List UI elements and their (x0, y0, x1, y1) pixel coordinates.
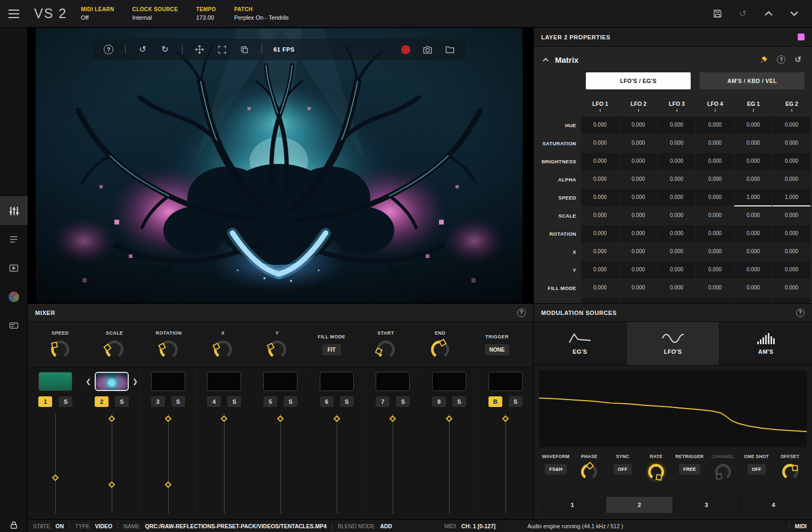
video-preview[interactable]: ? ↺ ↻ 61 FPS (36, 28, 523, 303)
matrix-cell-start-eg-1[interactable]: 0.000 (734, 297, 772, 303)
matrix-cell-y-eg-2[interactable]: 0.000 (773, 261, 810, 279)
sidebar-item-media[interactable] (0, 254, 28, 282)
matrix-cell-speed-eg-2[interactable]: 1.000 (773, 189, 810, 206)
lfo-page-1[interactable]: 1 (539, 497, 606, 513)
fill-mode-button[interactable]: FIT (322, 344, 341, 355)
channel-knob[interactable] (715, 464, 731, 480)
lfo-page-4[interactable]: 4 (740, 497, 807, 513)
matrix-tab-am-s-kbd-vel[interactable]: AM'S / KBD / VEL (700, 72, 805, 89)
matrix-cell-x-eg-1[interactable]: 0.000 (734, 243, 772, 261)
matrix-cell-fill-mode-eg-2[interactable]: 0.000 (773, 279, 810, 297)
channel-5-thumbnail[interactable] (263, 372, 297, 391)
speed-knob[interactable] (51, 340, 69, 359)
channel-8-fader[interactable] (444, 414, 454, 513)
matrix-cell-start-eg-2[interactable]: 0.000 (773, 297, 810, 303)
matrix-cell-y-eg-1[interactable]: 0.000 (734, 261, 772, 279)
channel-6-thumbnail[interactable] (320, 372, 354, 391)
matrix-reset-icon[interactable]: ↺ (794, 55, 801, 64)
channel-1-solo-button[interactable]: S (59, 396, 72, 407)
matrix-cell-saturation-eg-1[interactable]: 0.000 (734, 135, 772, 152)
channel-2-fader[interactable] (107, 414, 117, 513)
matrix-cell-x-eg-2[interactable]: 0.000 (773, 243, 810, 261)
matrix-cell-speed-lfo-2[interactable]: 0.000 (619, 189, 657, 206)
channel-4-thumbnail[interactable] (207, 372, 241, 391)
matrix-cell-rotation-eg-2[interactable]: 0.000 (773, 225, 810, 243)
matrix-cell-speed-lfo-3[interactable]: 0.000 (658, 189, 695, 206)
matrix-cell-rotation-lfo-2[interactable]: 0.000 (619, 225, 657, 243)
matrix-cell-alpha-lfo-4[interactable]: 0.000 (696, 171, 734, 188)
scale-knob[interactable] (105, 340, 123, 359)
channel-8-thumbnail[interactable] (432, 372, 466, 391)
matrix-cell-rotation-eg-1[interactable]: 0.000 (734, 225, 772, 243)
channel-b-fader[interactable] (501, 414, 510, 513)
channel-6-select-button[interactable]: 6 (320, 396, 334, 407)
channel-6-fader[interactable] (332, 414, 342, 513)
offset-knob[interactable] (782, 464, 798, 480)
record-button[interactable] (401, 45, 410, 54)
matrix-cell-scale-lfo-4[interactable]: 0.000 (696, 207, 734, 225)
trigger-button[interactable]: NONE (485, 344, 510, 355)
matrix-cell-hue-lfo-4[interactable]: 0.000 (696, 117, 734, 134)
channel-7-thumbnail[interactable] (376, 372, 410, 391)
matrix-cell-x-lfo-2[interactable]: 0.000 (619, 243, 657, 261)
sync-button[interactable]: OFF (614, 464, 632, 475)
mod-tab-eg-s[interactable]: EG'S (534, 322, 627, 365)
topbar-undo-icon[interactable]: ↺ (738, 9, 748, 19)
channel-1-thumbnail[interactable] (38, 372, 72, 391)
matrix-cell-scale-lfo-3[interactable]: 0.000 (658, 207, 695, 225)
matrix-cell-start-lfo-3[interactable]: 0.000 (658, 297, 695, 303)
lfo-page-2[interactable]: 2 (606, 497, 673, 513)
matrix-cell-scale-lfo-1[interactable]: 0.000 (581, 207, 619, 225)
modulation-help-icon[interactable]: ? (796, 309, 805, 317)
channel-2-solo-button[interactable]: S (115, 396, 129, 407)
channel-6-solo-button[interactable]: S (340, 396, 354, 407)
channel-8-solo-button[interactable]: S (452, 396, 466, 407)
undo-icon[interactable]: ↺ (137, 44, 148, 55)
matrix-cell-x-lfo-4[interactable]: 0.000 (696, 243, 734, 261)
matrix-cell-speed-lfo-4[interactable]: 0.000 (696, 189, 734, 206)
mod-tab-lfo-s[interactable]: LFO'S (627, 322, 720, 365)
midi-channel-value[interactable]: CH: 1 [0-127] (461, 523, 495, 529)
midi-indicator[interactable]: MIDI (795, 523, 807, 529)
matrix-cell-fill-mode-eg-1[interactable]: 0.000 (734, 279, 772, 297)
matrix-help-icon[interactable]: ? (777, 55, 785, 64)
mixer-help-icon[interactable]: ? (517, 309, 526, 317)
matrix-cell-start-lfo-2[interactable]: 0.000 (619, 297, 657, 303)
topbar-field-clock-source[interactable]: CLOCK SOURCEInternal (132, 6, 178, 21)
matrix-cell-alpha-lfo-3[interactable]: 0.000 (658, 171, 695, 188)
matrix-cell-rotation-lfo-1[interactable]: 0.000 (581, 225, 619, 243)
matrix-cell-alpha-lfo-2[interactable]: 0.000 (619, 171, 657, 188)
channel-7-fader[interactable] (388, 414, 397, 513)
matrix-cell-brightness-eg-1[interactable]: 0.000 (734, 153, 772, 170)
channel-2-select-button[interactable]: 2 (95, 396, 109, 407)
matrix-cell-start-lfo-4[interactable]: 0.000 (696, 297, 734, 303)
matrix-cell-scale-eg-1[interactable]: 0.000 (734, 207, 772, 225)
next-clip-arrow[interactable]: ❯ (132, 378, 138, 385)
matrix-tab-lfo-s-eg-s[interactable]: LFO'S / EG'S (586, 72, 691, 89)
matrix-cell-fill-mode-lfo-1[interactable]: 0.000 (581, 279, 619, 297)
redo-icon[interactable]: ↻ (160, 44, 170, 55)
matrix-cell-saturation-lfo-4[interactable]: 0.000 (696, 135, 734, 152)
type-value[interactable]: VIDEO (95, 523, 112, 529)
matrix-cell-rotation-lfo-4[interactable]: 0.000 (696, 225, 734, 243)
channel-3-select-button[interactable]: 3 (151, 396, 165, 407)
matrix-column-eg-1[interactable]: EG 1 (734, 101, 773, 112)
matrix-column-lfo-1[interactable]: LFO 1 (581, 101, 619, 112)
sidebar-item-mixer[interactable] (0, 196, 28, 225)
patch-up-icon[interactable] (763, 9, 774, 19)
matrix-cell-scale-eg-2[interactable]: 0.000 (773, 207, 810, 225)
channel-7-select-button[interactable]: 7 (376, 396, 390, 407)
phase-knob[interactable] (581, 464, 597, 480)
matrix-cell-hue-lfo-2[interactable]: 0.000 (619, 117, 657, 134)
duplicate-icon[interactable] (239, 44, 250, 55)
camera-icon[interactable] (422, 44, 433, 55)
rotation-knob[interactable] (160, 340, 178, 359)
matrix-cell-scale-lfo-2[interactable]: 0.000 (619, 207, 657, 225)
sidebar-item-playlist[interactable] (0, 225, 28, 254)
channel-5-solo-button[interactable]: S (284, 396, 297, 407)
lfo-page-3[interactable]: 3 (673, 497, 740, 513)
save-icon[interactable] (712, 9, 723, 19)
lfo-waveform-display[interactable] (539, 370, 807, 447)
channel-b-solo-button[interactable]: S (509, 396, 523, 407)
matrix-cell-alpha-eg-1[interactable]: 0.000 (734, 171, 772, 188)
